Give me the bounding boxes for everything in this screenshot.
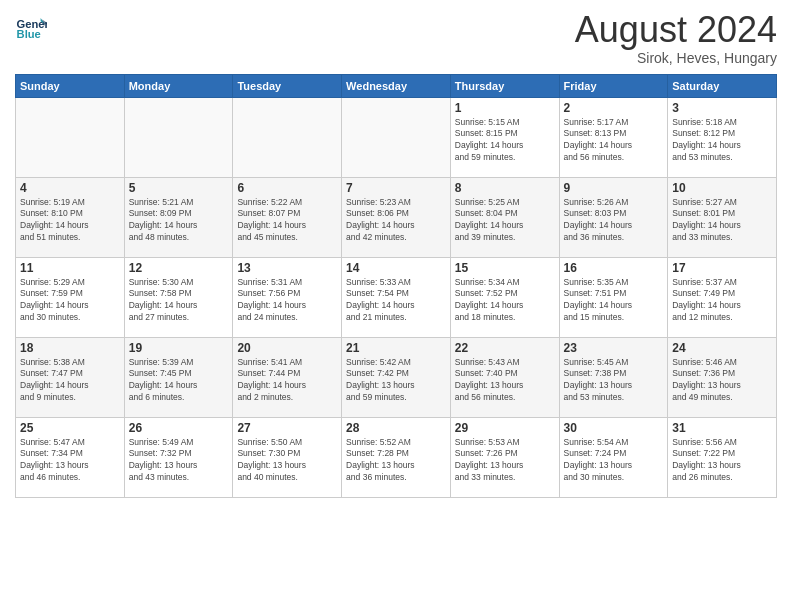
day-number: 26 bbox=[129, 421, 229, 435]
table-row: 3Sunrise: 5:18 AM Sunset: 8:12 PM Daylig… bbox=[668, 97, 777, 177]
day-number: 17 bbox=[672, 261, 772, 275]
day-number: 7 bbox=[346, 181, 446, 195]
day-info: Sunrise: 5:35 AM Sunset: 7:51 PM Dayligh… bbox=[564, 277, 664, 325]
day-info: Sunrise: 5:30 AM Sunset: 7:58 PM Dayligh… bbox=[129, 277, 229, 325]
day-number: 25 bbox=[20, 421, 120, 435]
day-number: 8 bbox=[455, 181, 555, 195]
table-row: 2Sunrise: 5:17 AM Sunset: 8:13 PM Daylig… bbox=[559, 97, 668, 177]
table-row: 18Sunrise: 5:38 AM Sunset: 7:47 PM Dayli… bbox=[16, 337, 125, 417]
calendar-week-row: 1Sunrise: 5:15 AM Sunset: 8:15 PM Daylig… bbox=[16, 97, 777, 177]
day-info: Sunrise: 5:43 AM Sunset: 7:40 PM Dayligh… bbox=[455, 357, 555, 405]
table-row: 26Sunrise: 5:49 AM Sunset: 7:32 PM Dayli… bbox=[124, 417, 233, 497]
table-row: 12Sunrise: 5:30 AM Sunset: 7:58 PM Dayli… bbox=[124, 257, 233, 337]
table-row: 29Sunrise: 5:53 AM Sunset: 7:26 PM Dayli… bbox=[450, 417, 559, 497]
table-row: 14Sunrise: 5:33 AM Sunset: 7:54 PM Dayli… bbox=[342, 257, 451, 337]
day-info: Sunrise: 5:37 AM Sunset: 7:49 PM Dayligh… bbox=[672, 277, 772, 325]
day-number: 18 bbox=[20, 341, 120, 355]
day-info: Sunrise: 5:52 AM Sunset: 7:28 PM Dayligh… bbox=[346, 437, 446, 485]
table-row: 16Sunrise: 5:35 AM Sunset: 7:51 PM Dayli… bbox=[559, 257, 668, 337]
day-number: 21 bbox=[346, 341, 446, 355]
table-row bbox=[342, 97, 451, 177]
day-number: 13 bbox=[237, 261, 337, 275]
day-info: Sunrise: 5:49 AM Sunset: 7:32 PM Dayligh… bbox=[129, 437, 229, 485]
day-info: Sunrise: 5:54 AM Sunset: 7:24 PM Dayligh… bbox=[564, 437, 664, 485]
table-row: 11Sunrise: 5:29 AM Sunset: 7:59 PM Dayli… bbox=[16, 257, 125, 337]
day-info: Sunrise: 5:31 AM Sunset: 7:56 PM Dayligh… bbox=[237, 277, 337, 325]
header-saturday: Saturday bbox=[668, 74, 777, 97]
day-number: 20 bbox=[237, 341, 337, 355]
day-info: Sunrise: 5:46 AM Sunset: 7:36 PM Dayligh… bbox=[672, 357, 772, 405]
day-number: 10 bbox=[672, 181, 772, 195]
table-row: 28Sunrise: 5:52 AM Sunset: 7:28 PM Dayli… bbox=[342, 417, 451, 497]
day-number: 19 bbox=[129, 341, 229, 355]
table-row: 10Sunrise: 5:27 AM Sunset: 8:01 PM Dayli… bbox=[668, 177, 777, 257]
page-container: General Blue August 2024 Sirok, Heves, H… bbox=[0, 0, 792, 508]
page-header: General Blue August 2024 Sirok, Heves, H… bbox=[15, 10, 777, 66]
table-row: 7Sunrise: 5:23 AM Sunset: 8:06 PM Daylig… bbox=[342, 177, 451, 257]
logo: General Blue bbox=[15, 10, 47, 42]
month-year-title: August 2024 bbox=[575, 10, 777, 50]
day-number: 23 bbox=[564, 341, 664, 355]
day-info: Sunrise: 5:25 AM Sunset: 8:04 PM Dayligh… bbox=[455, 197, 555, 245]
calendar-week-row: 4Sunrise: 5:19 AM Sunset: 8:10 PM Daylig… bbox=[16, 177, 777, 257]
day-info: Sunrise: 5:50 AM Sunset: 7:30 PM Dayligh… bbox=[237, 437, 337, 485]
header-tuesday: Tuesday bbox=[233, 74, 342, 97]
table-row bbox=[16, 97, 125, 177]
day-number: 22 bbox=[455, 341, 555, 355]
day-number: 31 bbox=[672, 421, 772, 435]
table-row: 5Sunrise: 5:21 AM Sunset: 8:09 PM Daylig… bbox=[124, 177, 233, 257]
calendar-table: Sunday Monday Tuesday Wednesday Thursday… bbox=[15, 74, 777, 498]
day-number: 9 bbox=[564, 181, 664, 195]
day-number: 12 bbox=[129, 261, 229, 275]
day-number: 1 bbox=[455, 101, 555, 115]
table-row: 20Sunrise: 5:41 AM Sunset: 7:44 PM Dayli… bbox=[233, 337, 342, 417]
header-monday: Monday bbox=[124, 74, 233, 97]
calendar-header-row: Sunday Monday Tuesday Wednesday Thursday… bbox=[16, 74, 777, 97]
table-row: 31Sunrise: 5:56 AM Sunset: 7:22 PM Dayli… bbox=[668, 417, 777, 497]
table-row: 22Sunrise: 5:43 AM Sunset: 7:40 PM Dayli… bbox=[450, 337, 559, 417]
day-number: 14 bbox=[346, 261, 446, 275]
day-number: 5 bbox=[129, 181, 229, 195]
day-info: Sunrise: 5:53 AM Sunset: 7:26 PM Dayligh… bbox=[455, 437, 555, 485]
day-info: Sunrise: 5:45 AM Sunset: 7:38 PM Dayligh… bbox=[564, 357, 664, 405]
day-number: 6 bbox=[237, 181, 337, 195]
title-block: August 2024 Sirok, Heves, Hungary bbox=[575, 10, 777, 66]
calendar-week-row: 25Sunrise: 5:47 AM Sunset: 7:34 PM Dayli… bbox=[16, 417, 777, 497]
day-info: Sunrise: 5:26 AM Sunset: 8:03 PM Dayligh… bbox=[564, 197, 664, 245]
table-row: 6Sunrise: 5:22 AM Sunset: 8:07 PM Daylig… bbox=[233, 177, 342, 257]
table-row: 24Sunrise: 5:46 AM Sunset: 7:36 PM Dayli… bbox=[668, 337, 777, 417]
day-info: Sunrise: 5:33 AM Sunset: 7:54 PM Dayligh… bbox=[346, 277, 446, 325]
table-row: 21Sunrise: 5:42 AM Sunset: 7:42 PM Dayli… bbox=[342, 337, 451, 417]
day-number: 30 bbox=[564, 421, 664, 435]
day-info: Sunrise: 5:39 AM Sunset: 7:45 PM Dayligh… bbox=[129, 357, 229, 405]
table-row: 17Sunrise: 5:37 AM Sunset: 7:49 PM Dayli… bbox=[668, 257, 777, 337]
table-row: 19Sunrise: 5:39 AM Sunset: 7:45 PM Dayli… bbox=[124, 337, 233, 417]
header-thursday: Thursday bbox=[450, 74, 559, 97]
day-info: Sunrise: 5:41 AM Sunset: 7:44 PM Dayligh… bbox=[237, 357, 337, 405]
day-info: Sunrise: 5:17 AM Sunset: 8:13 PM Dayligh… bbox=[564, 117, 664, 165]
table-row: 4Sunrise: 5:19 AM Sunset: 8:10 PM Daylig… bbox=[16, 177, 125, 257]
svg-text:Blue: Blue bbox=[17, 28, 41, 40]
day-info: Sunrise: 5:23 AM Sunset: 8:06 PM Dayligh… bbox=[346, 197, 446, 245]
location-subtitle: Sirok, Heves, Hungary bbox=[575, 50, 777, 66]
header-sunday: Sunday bbox=[16, 74, 125, 97]
day-info: Sunrise: 5:29 AM Sunset: 7:59 PM Dayligh… bbox=[20, 277, 120, 325]
day-number: 27 bbox=[237, 421, 337, 435]
day-info: Sunrise: 5:56 AM Sunset: 7:22 PM Dayligh… bbox=[672, 437, 772, 485]
table-row: 13Sunrise: 5:31 AM Sunset: 7:56 PM Dayli… bbox=[233, 257, 342, 337]
day-info: Sunrise: 5:27 AM Sunset: 8:01 PM Dayligh… bbox=[672, 197, 772, 245]
header-friday: Friday bbox=[559, 74, 668, 97]
logo-icon: General Blue bbox=[15, 10, 47, 42]
calendar-week-row: 11Sunrise: 5:29 AM Sunset: 7:59 PM Dayli… bbox=[16, 257, 777, 337]
day-number: 29 bbox=[455, 421, 555, 435]
day-info: Sunrise: 5:42 AM Sunset: 7:42 PM Dayligh… bbox=[346, 357, 446, 405]
table-row: 25Sunrise: 5:47 AM Sunset: 7:34 PM Dayli… bbox=[16, 417, 125, 497]
table-row bbox=[124, 97, 233, 177]
day-number: 11 bbox=[20, 261, 120, 275]
table-row: 23Sunrise: 5:45 AM Sunset: 7:38 PM Dayli… bbox=[559, 337, 668, 417]
header-wednesday: Wednesday bbox=[342, 74, 451, 97]
day-number: 4 bbox=[20, 181, 120, 195]
day-info: Sunrise: 5:38 AM Sunset: 7:47 PM Dayligh… bbox=[20, 357, 120, 405]
day-info: Sunrise: 5:19 AM Sunset: 8:10 PM Dayligh… bbox=[20, 197, 120, 245]
table-row bbox=[233, 97, 342, 177]
